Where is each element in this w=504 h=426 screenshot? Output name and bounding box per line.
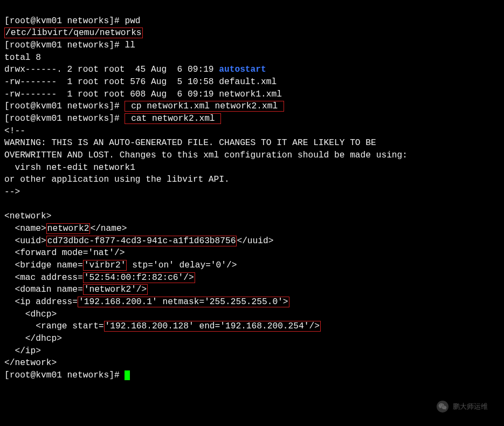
terminal-output[interactable]: [root@kvm01 networks]# pwd /etc/libvirt/…	[4, 3, 500, 382]
prompt: [root@kvm01 networks]#	[4, 40, 125, 50]
xml-mac: <mac address='52:54:00:f2:82:c6'/>	[4, 272, 195, 283]
xml-bridge: <bridge name='virbr2' stp='on' delay='0'…	[4, 260, 237, 271]
xml-range: <range start='192.168.200.128' end='192.…	[4, 321, 321, 332]
pwd-output: /etc/libvirt/qemu/networks	[4, 28, 143, 38]
ll-row: -rw------- 1 root root 576 Aug 5 10:58 d…	[4, 77, 277, 87]
xml-name: <name>network2</name>	[4, 223, 127, 234]
xml-uuid: <uuid>cd73dbdc-f877-4cd3-941c-a1f1d63b87…	[4, 236, 273, 246]
autostart-dir: autostart	[219, 65, 266, 74]
xml-ip: <ip address='192.168.200.1' netmask='255…	[4, 297, 289, 307]
xml-warning: virsh net-edit network1	[4, 163, 135, 173]
xml-network-open: <network>	[4, 211, 51, 221]
prompt: [root@kvm01 networks]#	[4, 114, 125, 123]
cmd-cat: cat network2.xml	[125, 113, 221, 124]
xml-dhcp-close: </dhcp>	[4, 334, 62, 343]
xml-comment-open: <!--	[4, 126, 25, 136]
xml-ip-close: </ip>	[4, 346, 41, 356]
prompt: [root@kvm01 networks]#	[4, 16, 125, 26]
cmd-pwd: pwd	[125, 16, 140, 26]
ll-total: total 8	[4, 53, 41, 63]
xml-domain: <domain name='network2'/>	[4, 284, 148, 295]
xml-warning: OVERWRITTEN AND LOST. Changes to this xm…	[4, 150, 408, 160]
xml-network-close: </network>	[4, 358, 57, 368]
cursor	[125, 370, 130, 380]
ll-row: -rw------- 1 root root 608 Aug 6 09:19 n…	[4, 90, 282, 99]
xml-warning: WARNING: THIS IS AN AUTO-GENERATED FILE.…	[4, 138, 376, 148]
prompt: [root@kvm01 networks]#	[4, 101, 125, 111]
xml-comment-close: -->	[4, 187, 20, 197]
wechat-icon	[437, 401, 448, 413]
prompt: [root@kvm01 networks]#	[4, 370, 125, 380]
cmd-cp: cp network1.xml network2.xml	[125, 101, 284, 112]
watermark: 鹏大师运维	[437, 401, 488, 413]
xml-dhcp-open: <dhcp>	[4, 310, 57, 319]
xml-forward: <forward mode='nat'/>	[4, 248, 125, 258]
watermark-text: 鹏大师运维	[453, 402, 488, 411]
xml-warning: or other application using the libvirt A…	[4, 175, 230, 184]
cmd-ll: ll	[125, 40, 135, 50]
ll-row: drwx------. 2 root root 45 Aug 6 09:19 a…	[4, 65, 266, 74]
